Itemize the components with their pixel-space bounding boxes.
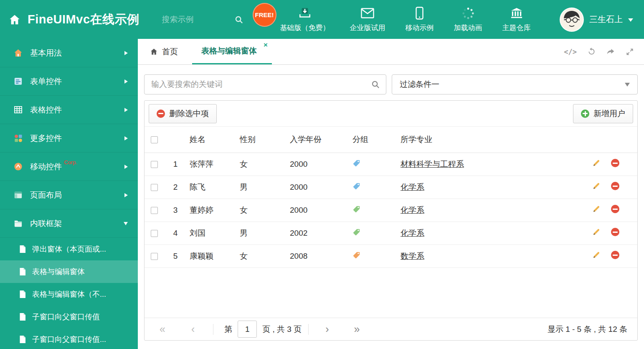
column-header-year[interactable]: 入学年份 (284, 127, 347, 153)
sidebar-subitem-child-to-parent-2[interactable]: 子窗口向父窗口传值... (0, 328, 138, 349)
add-user-button[interactable]: 新增用户 (573, 104, 633, 123)
user-menu[interactable]: 三生石上 (560, 8, 633, 32)
chevron-right-icon (124, 165, 128, 169)
edit-icon[interactable] (592, 228, 601, 236)
sidebar-item-basic-usage[interactable]: 基本用法 (0, 39, 138, 67)
nav-basic-edition[interactable]: FREE! 基础版（免费） (280, 7, 330, 33)
delete-icon[interactable] (611, 159, 619, 167)
select-all-checkbox[interactable] (151, 136, 158, 143)
major-link[interactable]: 化学系 (401, 183, 424, 191)
row-checkbox[interactable] (151, 230, 158, 237)
search-icon[interactable] (371, 80, 380, 89)
nav-label: 企业版试用 (350, 23, 385, 33)
edit-icon[interactable] (592, 182, 601, 190)
filter-dropdown[interactable]: 过滤条件一 (392, 74, 638, 94)
tab-grid-edit-window[interactable]: 表格与编辑窗体 × (192, 39, 272, 64)
form-icon (13, 76, 23, 86)
minus-circle-icon (157, 110, 165, 118)
prev-page-button[interactable]: ‹ (191, 324, 195, 334)
row-checkbox[interactable] (151, 161, 158, 168)
row-number: 5 (167, 245, 184, 267)
search-icon[interactable] (234, 15, 243, 24)
cell-gender: 男 (234, 222, 284, 245)
pager-divider (213, 324, 213, 335)
sidebar-subitem-label: 子窗口向父窗口传值... (32, 334, 106, 344)
cell-gender: 女 (234, 153, 284, 176)
column-header-gender[interactable]: 性别 (234, 127, 284, 153)
sidebar-item-mobile-controls[interactable]: 移动控件 Corp. (0, 153, 138, 181)
page-number-input[interactable]: 1 (238, 321, 257, 338)
app: FineUIMvc在线示例 FREE! 基础版（免费） 企业版试用 (0, 0, 644, 349)
house-icon (13, 48, 23, 58)
sidebar-subitem-label: 表格与编辑窗体（不... (32, 289, 106, 299)
username: 三生石上 (589, 14, 623, 25)
sidebar-subitem-grid-edit-window[interactable]: 表格与编辑窗体 (0, 260, 138, 283)
cell-name: 董婷婷 (184, 199, 234, 222)
delete-icon[interactable] (611, 228, 619, 236)
sidebar-item-form-controls[interactable]: 表单控件 (0, 67, 138, 96)
sidebar-item-label: 表格控件 (30, 104, 62, 115)
sidebar-item-grid-controls[interactable]: 表格控件 (0, 96, 138, 124)
row-checkbox[interactable] (151, 184, 158, 191)
nav-loading-animation[interactable]: 加载动画 (454, 7, 482, 33)
edit-icon[interactable] (592, 251, 601, 259)
filter-dropdown-value: 过滤条件一 (400, 79, 439, 90)
row-checkbox[interactable] (151, 253, 158, 260)
sidebar-item-label: 基本用法 (30, 48, 62, 59)
top-search-input[interactable] (161, 15, 230, 25)
delete-icon[interactable] (611, 182, 619, 190)
sidebar-item-page-layout[interactable]: 页面布局 (0, 181, 138, 209)
cell-year: 2000 (284, 176, 347, 199)
delete-icon[interactable] (611, 205, 619, 213)
expand-icon[interactable] (626, 48, 634, 56)
tag-icon (352, 182, 360, 190)
keyword-search-input[interactable] (150, 79, 371, 89)
sidebar-item-label: 移动控件 (30, 161, 62, 172)
edit-icon[interactable] (592, 159, 601, 167)
cell-year: 2002 (284, 222, 347, 245)
column-header-group[interactable]: 分组 (347, 127, 395, 153)
sidebar-subitem-child-to-parent[interactable]: 子窗口向父窗口传值 (0, 306, 138, 328)
sidebar-subitem-grid-edit-window-2[interactable]: 表格与编辑窗体（不... (0, 283, 138, 306)
pager-divider (308, 324, 309, 335)
pagination-summary: 显示 1 - 5 条 , 共 12 条 (548, 324, 627, 335)
major-link[interactable]: 材料科学与工程系 (401, 160, 464, 168)
tab-label: 首页 (162, 46, 178, 57)
code-icon[interactable]: </> (564, 48, 577, 56)
next-page-button[interactable]: › (325, 324, 329, 334)
last-page-button[interactable]: » (354, 324, 360, 334)
table-row: 3 董婷婷 女 2000 化学系 (145, 199, 637, 222)
nav-theme-repo[interactable]: 主题仓库 (502, 7, 531, 33)
refresh-icon[interactable] (587, 47, 596, 56)
top-nav: FREE! 基础版（免费） 企业版试用 移动示例 (280, 7, 531, 33)
row-checkbox[interactable] (151, 207, 158, 214)
major-link[interactable]: 化学系 (401, 229, 424, 237)
sidebar-item-label: 更多控件 (30, 133, 62, 144)
sidebar-subitem-popup-window[interactable]: 弹出窗体（本页面或... (0, 238, 138, 260)
pagination-bar: « ‹ 第 1 页 , 共 3 页 › » 显示 1 - 5 条 , 共 12 … (145, 318, 637, 340)
column-header-name[interactable]: 姓名 (184, 127, 234, 153)
sidebar-item-label: 页面布局 (30, 190, 62, 201)
brand[interactable]: FineUIMvc在线示例 (0, 11, 139, 28)
home-icon[interactable] (8, 13, 21, 26)
tab-home[interactable]: 首页 (144, 39, 184, 64)
delete-icon[interactable] (611, 251, 619, 259)
column-header-major[interactable]: 所学专业 (395, 127, 587, 153)
sidebar-item-inline-frame[interactable]: 内联框架 (0, 209, 138, 238)
major-link[interactable]: 化学系 (401, 206, 424, 214)
delete-selected-button[interactable]: 删除选中项 (149, 104, 217, 123)
file-icon (19, 335, 26, 344)
grid-toolbar: 删除选中项 新增用户 (145, 101, 637, 127)
nav-label: 移动示例 (406, 23, 434, 33)
sidebar-item-label: 表单控件 (30, 76, 62, 87)
sidebar-item-more-controls[interactable]: 更多控件 (0, 124, 138, 153)
close-icon[interactable]: × (264, 41, 268, 48)
nav-mobile-demo[interactable]: 移动示例 (406, 7, 434, 33)
major-link[interactable]: 数学系 (401, 252, 424, 260)
share-icon[interactable] (606, 47, 615, 56)
first-page-button[interactable]: « (160, 324, 165, 334)
nav-enterprise-trial[interactable]: 企业版试用 (350, 7, 385, 33)
chevron-down-icon (124, 222, 128, 225)
edit-icon[interactable] (592, 205, 601, 213)
layout-icon (13, 190, 23, 200)
